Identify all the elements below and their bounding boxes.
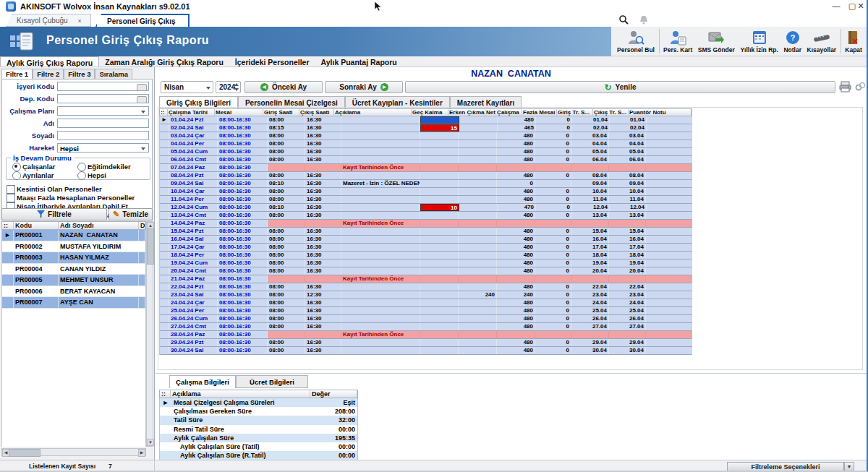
attendance-row[interactable]: 30.04.24 Sal08:00-16:3008:0016:30480030.… bbox=[160, 347, 692, 355]
attendance-row[interactable]: 11.04.24 Per08:00-16:3008:0016:30480011.… bbox=[160, 196, 692, 204]
attendance-row[interactable]: 04.04.24 Per08:00-16:3008:0016:30480004.… bbox=[160, 140, 692, 148]
scroll-down-icon[interactable]: ▼ bbox=[147, 439, 154, 446]
attendance-row[interactable]: 16.04.24 Sal08:00-16:3008:0016:30480016.… bbox=[160, 236, 692, 244]
adi-input[interactable] bbox=[57, 119, 149, 128]
column-header[interactable]: Erken Çıkma bbox=[448, 109, 485, 116]
attendance-row[interactable]: 02.04.24 Sal08:00-16:3008:1516:301546500… bbox=[160, 124, 692, 132]
scroll-thumb[interactable] bbox=[147, 228, 154, 265]
attendance-row[interactable]: 12.04.24 Cum08:00-16:3008:1016:301047001… bbox=[160, 204, 692, 212]
personel-bul-button[interactable]: Personel Bul bbox=[616, 27, 656, 55]
isyeri-kodu-input[interactable] bbox=[57, 82, 149, 91]
radio-egitimdekiler[interactable] bbox=[77, 163, 86, 171]
employee-row[interactable]: PR00007AYŞE CAN bbox=[2, 297, 145, 309]
employee-row[interactable]: ►PR00001NAZAN CANATAN bbox=[2, 230, 145, 241]
summary-row[interactable]: Aylık Çalışılan Süre (R.Tatil)00:00 bbox=[160, 451, 357, 460]
column-header[interactable]: Fazla Mesai bbox=[522, 109, 557, 116]
attendance-row[interactable]: 27.04.24 Cmt08:00-16:3008:0016:30480027.… bbox=[160, 323, 692, 331]
kapat-button[interactable]: Kapat bbox=[843, 27, 864, 55]
employee-row[interactable]: PR00004CANAN YILDIZ bbox=[2, 264, 145, 275]
radio-hepsi[interactable] bbox=[77, 171, 86, 180]
pers-kart-button[interactable]: Pers. Kart bbox=[662, 27, 694, 55]
radio-calisanlar[interactable] bbox=[12, 163, 21, 171]
attendance-row[interactable]: 14.04.24 Paz08:00-16:30Kayıt Tarihinden … bbox=[160, 220, 692, 228]
soyadi-input[interactable] bbox=[57, 131, 149, 140]
lookup-icon[interactable] bbox=[137, 96, 147, 103]
dep-kodu-input[interactable] bbox=[57, 94, 149, 103]
column-header[interactable]: Giriş Tr. S... bbox=[557, 109, 593, 116]
filtrele-button[interactable]: Filtrele bbox=[1, 208, 107, 220]
attendance-row[interactable]: 15.04.24 Pzt08:00-16:3008:0016:30480015.… bbox=[160, 228, 692, 236]
scroll-right-icon[interactable]: ▶ bbox=[138, 449, 145, 457]
radio-label[interactable]: Eğitimdekiler bbox=[88, 163, 131, 171]
tab-calisma-bilgileri[interactable]: Çalışma Bilgileri bbox=[169, 375, 236, 388]
column-header[interactable]: Değer bbox=[310, 390, 357, 398]
checkbox-kesintisi-olan[interactable] bbox=[7, 185, 15, 194]
yenile-button[interactable]: ↻ Yenile bbox=[405, 81, 835, 93]
calisma-plani-select[interactable] bbox=[57, 106, 149, 116]
attendance-row[interactable]: 22.04.24 Pzt08:00-16:3008:0016:30480022.… bbox=[160, 283, 692, 291]
tab-ucret-bilgileri[interactable]: Ücret Bilgileri bbox=[236, 375, 308, 388]
column-header[interactable]: Mesai bbox=[215, 109, 263, 116]
attendance-row[interactable]: 24.04.24 Çar08:00-16:3008:0016:30480024.… bbox=[160, 299, 692, 307]
attendance-row[interactable]: 05.04.24 Cum08:00-16:3008:0016:30480005.… bbox=[160, 148, 692, 156]
attendance-row[interactable]: 08.04.24 Pzt08:00-16:3008:0016:30480008.… bbox=[160, 172, 692, 180]
attendance-row[interactable]: ►01.04.24 Pzt08:00-16:3008:0016:30480001… bbox=[160, 116, 692, 124]
onceki-ay-button[interactable]: ◀ Önceki Ay bbox=[244, 81, 323, 93]
bell-icon[interactable] bbox=[639, 15, 648, 25]
attendance-row[interactable]: 21.04.24 Paz08:00-16:30Kayıt Tarihinden … bbox=[160, 275, 692, 283]
employee-row[interactable]: PR00002MUSTAFA YILDIRIM bbox=[2, 241, 145, 253]
lookup-icon[interactable] bbox=[137, 84, 147, 91]
employee-row[interactable]: PR00006BERAT KAYACAN bbox=[2, 286, 145, 298]
attendance-row[interactable]: 07.04.24 Paz08:00-16:30Kayıt Tarihinden … bbox=[160, 164, 692, 172]
column-header[interactable]: Açıklama bbox=[171, 390, 310, 398]
tab-aylik-puantaj-raporu[interactable]: Aylık Puantaj Raporu bbox=[315, 56, 403, 66]
scroll-thumb[interactable] bbox=[9, 449, 41, 457]
employee-vertical-scrollbar[interactable]: ▲ ▼ bbox=[146, 221, 153, 447]
month-select[interactable]: Nisan bbox=[161, 81, 213, 93]
tab-personel-giris-cikis-raporu[interactable]: Personel Giriş Çıkış Raporu× bbox=[95, 14, 190, 27]
attendance-row[interactable]: 13.04.24 Cmt08:00-16:3008:0016:30480013.… bbox=[160, 212, 692, 220]
radio-label[interactable]: Hepsi bbox=[88, 171, 106, 179]
spin-down-icon[interactable] bbox=[234, 88, 239, 91]
summary-row[interactable]: Çalışılması Gereken Süre208:00 bbox=[160, 407, 357, 416]
column-header[interactable]: :: bbox=[2, 222, 14, 229]
tab-close-icon[interactable]: × bbox=[78, 17, 82, 25]
attendance-row[interactable]: 29.04.24 Pzt08:00-16:3008:0016:30480029.… bbox=[160, 339, 692, 347]
attendance-row[interactable]: 25.04.24 Per08:00-16:3008:0016:30480025.… bbox=[160, 307, 692, 315]
column-header[interactable]: Kodu bbox=[14, 222, 59, 229]
summary-row[interactable]: Tatil Süre32:00 bbox=[160, 416, 357, 424]
print-icon[interactable] bbox=[839, 81, 851, 93]
chevron-down-icon[interactable]: ▼ bbox=[844, 462, 854, 471]
attendance-row[interactable]: 28.04.24 Paz08:00-16:30Kayıt Tarihinden … bbox=[160, 331, 692, 339]
attendance-row[interactable]: 10.04.24 Çar08:00-16:3008:0016:30480010.… bbox=[160, 188, 692, 196]
attendance-row[interactable]: 18.04.24 Per08:00-16:3008:0016:30480018.… bbox=[160, 252, 692, 259]
summary-row[interactable]: Aylık Çalışılan Süre195:35 bbox=[160, 434, 357, 442]
column-header[interactable]: Giriş Saati bbox=[263, 109, 299, 116]
summary-row[interactable]: Aylık Çalışılan Süre (Tatil)00:00 bbox=[160, 442, 357, 451]
summary-row[interactable]: Resmi Tatil Süre00:00 bbox=[160, 425, 357, 434]
attendance-row[interactable]: 26.04.24 Cum08:00-16:3008:0016:30480026.… bbox=[160, 315, 692, 323]
radio-label[interactable]: Ayrılanlar bbox=[22, 171, 54, 179]
column-header[interactable]: Çıkış Saati bbox=[299, 109, 334, 116]
tab-aylik-giris-cikis-raporu[interactable]: Aylık Giriş Çıkış Raporu bbox=[0, 56, 99, 66]
sonraki-ay-button[interactable]: Sonraki Ay ▶ bbox=[325, 81, 403, 93]
checkbox-maasi-fazla[interactable] bbox=[7, 194, 15, 202]
close-button[interactable]: ✕ bbox=[851, 0, 868, 12]
attendance-row[interactable]: 06.04.24 Cmt08:00-16:3008:0016:30480006.… bbox=[160, 156, 692, 164]
employee-row[interactable]: PR00003HASAN YILMAZ bbox=[2, 252, 145, 264]
spin-up-icon[interactable] bbox=[234, 83, 239, 86]
tab-kisayol-cubugu[interactable]: Kısayol Çubuğu× bbox=[6, 14, 91, 27]
column-header[interactable]: Çıkış Tr. S... bbox=[593, 109, 629, 116]
notlar-button[interactable]: ? Notlar bbox=[782, 27, 803, 55]
sms-gonder-button[interactable]: SMS Gönder bbox=[697, 27, 736, 55]
filtreleme-secenekleri-button[interactable]: Filtreleme Seçenekleri bbox=[727, 462, 844, 471]
checkbox-label[interactable]: Kesintisi Olan Personeller bbox=[17, 185, 102, 193]
summary-row[interactable]: ►Mesai Çizelgesi Çalışma SüreleriEşit bbox=[160, 398, 357, 407]
tab-filtre-3[interactable]: Filtre 3 bbox=[64, 69, 95, 79]
attendance-row[interactable]: 17.04.24 Çar08:00-16:3008:0016:30480017.… bbox=[160, 244, 692, 252]
tab-siralama[interactable]: Sıralama bbox=[95, 69, 132, 79]
attendance-row[interactable]: 09.04.24 Sal08:00-16:3008:1016:30Mazeret… bbox=[160, 180, 692, 188]
tab-filtre-1[interactable]: Filtre 1 bbox=[1, 69, 33, 79]
column-header[interactable]: Geç Kalma bbox=[412, 109, 448, 116]
yillik-izin-rp-button[interactable]: Yıllık İzin Rp. bbox=[739, 27, 779, 55]
